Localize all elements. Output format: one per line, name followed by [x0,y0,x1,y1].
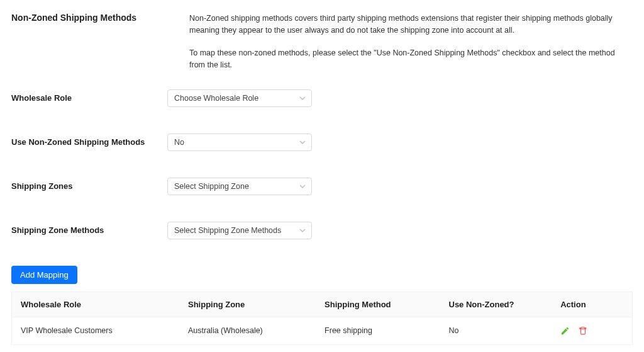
cell-method: Free shipping [316,317,440,344]
use-nonzoned-select[interactable]: No [167,133,312,151]
table-header-nonzoned: Use Non-Zoned? [440,292,552,317]
section-description: Non-Zoned shipping methods covers third … [189,13,630,72]
desc-paragraph-1: Non-Zoned shipping methods covers third … [189,13,630,37]
zone-methods-label: Shipping Zone Methods [11,225,167,235]
table-header-role: Wholesale Role [12,292,179,317]
wholesale-role-label: Wholesale Role [11,93,167,103]
cell-role: VIP Wholesale Customers [12,317,179,344]
chevron-down-icon [299,227,306,234]
shipping-zones-value: Select Shipping Zone [174,182,249,191]
chevron-down-icon [299,139,306,145]
desc-paragraph-2: To map these non-zoned methods, please s… [189,47,630,72]
shipping-zones-label: Shipping Zones [11,181,167,191]
chevron-down-icon [299,183,306,190]
table-header-method: Shipping Method [316,292,440,317]
add-mapping-button[interactable]: Add Mapping [11,266,77,284]
cell-zone: Australia (Wholesale) [179,317,316,344]
use-nonzoned-label: Use Non-Zoned Shipping Methods [11,137,167,147]
cell-nonzoned: No [440,317,552,344]
section-title: Non-Zoned Shipping Methods [11,13,167,72]
wholesale-role-value: Choose Wholesale Role [174,94,258,103]
use-nonzoned-value: No [174,138,184,147]
table-header-action: Action [552,292,632,317]
chevron-down-icon [299,95,306,101]
edit-icon[interactable] [560,326,570,336]
zone-methods-select[interactable]: Select Shipping Zone Methods [167,222,312,239]
shipping-zones-select[interactable]: Select Shipping Zone [167,178,312,195]
mapping-table: Wholesale Role Shipping Zone Shipping Me… [11,292,633,345]
zone-methods-value: Select Shipping Zone Methods [174,226,281,235]
table-header-zone: Shipping Zone [179,292,316,317]
delete-icon[interactable] [579,326,587,335]
wholesale-role-select[interactable]: Choose Wholesale Role [167,89,312,107]
table-row: VIP Wholesale Customers Australia (Whole… [12,317,633,344]
